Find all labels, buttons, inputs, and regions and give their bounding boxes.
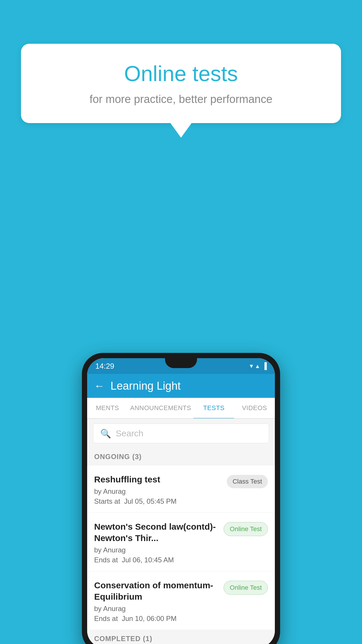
app-title: Learning Light <box>110 380 181 392</box>
test-time-value-2: Jul 06, 10:45 AM <box>122 556 174 564</box>
status-icons: ▾ ▴ ▐ <box>250 362 267 370</box>
section-ongoing-header: ONGOING (3) <box>87 448 275 466</box>
test-item-3[interactable]: Conservation of momentum-Equilibrium by … <box>87 571 275 630</box>
bubble-title: Online tests <box>44 61 318 86</box>
test-badge-2: Online Test <box>224 522 268 536</box>
test-time-label-1: Starts at <box>94 497 120 505</box>
test-name-2: Newton's Second law(contd)-Newton's Thir… <box>94 521 219 544</box>
test-author-2: by Anurag <box>94 546 219 554</box>
tab-ments[interactable]: MENTS <box>87 398 128 418</box>
tab-announcements[interactable]: ANNOUNCEMENTS <box>128 398 194 418</box>
test-item-2[interactable]: Newton's Second law(contd)-Newton's Thir… <box>87 513 275 571</box>
speech-bubble: Online tests for more practice, better p… <box>21 44 341 123</box>
test-badge-1: Class Test <box>227 475 268 488</box>
test-author-1: by Anurag <box>94 487 222 496</box>
phone-notch <box>165 358 197 368</box>
speech-bubble-container: Online tests for more practice, better p… <box>21 44 341 123</box>
status-time: 14:29 <box>95 362 114 371</box>
battery-icon: ▐ <box>262 362 267 370</box>
phone-screen: 14:29 ▾ ▴ ▐ ← Learning Light MENTS ANNOU… <box>87 358 275 644</box>
test-time-value-3: Jun 10, 06:00 PM <box>122 615 177 622</box>
search-icon: 🔍 <box>100 428 111 439</box>
status-bar: 14:29 ▾ ▴ ▐ <box>87 358 275 374</box>
tab-tests[interactable]: TESTS <box>194 398 234 418</box>
wifi-icon: ▾ <box>250 362 253 370</box>
search-input[interactable]: Search <box>116 428 143 438</box>
back-button[interactable]: ← <box>94 380 105 392</box>
test-info-2: Newton's Second law(contd)-Newton's Thir… <box>94 521 224 564</box>
test-info-1: Reshuffling test by Anurag Starts at Jul… <box>94 474 227 505</box>
test-time-2: Ends at Jul 06, 10:45 AM <box>94 556 219 564</box>
section-ongoing-label: ONGOING (3) <box>94 453 142 461</box>
search-bar[interactable]: 🔍 Search <box>93 424 269 443</box>
phone-frame: 14:29 ▾ ▴ ▐ ← Learning Light MENTS ANNOU… <box>82 353 280 644</box>
test-time-1: Starts at Jul 05, 05:45 PM <box>94 497 222 505</box>
tabs-container: MENTS ANNOUNCEMENTS TESTS VIDEOS <box>87 398 275 419</box>
section-completed-label: COMPLETED (1) <box>94 635 152 643</box>
signal-icon: ▴ <box>256 362 259 370</box>
bubble-subtitle: for more practice, better performance <box>44 93 318 106</box>
test-name-1: Reshuffling test <box>94 474 222 485</box>
tab-videos[interactable]: VIDEOS <box>234 398 275 418</box>
test-time-value-1: Jul 05, 05:45 PM <box>124 497 177 505</box>
test-author-3: by Anurag <box>94 605 219 613</box>
section-completed-header: COMPLETED (1) <box>87 630 275 644</box>
app-header: ← Learning Light <box>87 374 275 398</box>
test-list: Reshuffling test by Anurag Starts at Jul… <box>87 466 275 630</box>
test-time-label-2: Ends at <box>94 556 118 564</box>
search-container: 🔍 Search <box>87 419 275 448</box>
test-name-3: Conservation of momentum-Equilibrium <box>94 580 219 602</box>
test-info-3: Conservation of momentum-Equilibrium by … <box>94 580 224 623</box>
test-item-1[interactable]: Reshuffling test by Anurag Starts at Jul… <box>87 466 275 513</box>
test-time-label-3: Ends at <box>94 615 118 622</box>
test-time-3: Ends at Jun 10, 06:00 PM <box>94 615 219 623</box>
test-badge-3: Online Test <box>224 581 268 595</box>
